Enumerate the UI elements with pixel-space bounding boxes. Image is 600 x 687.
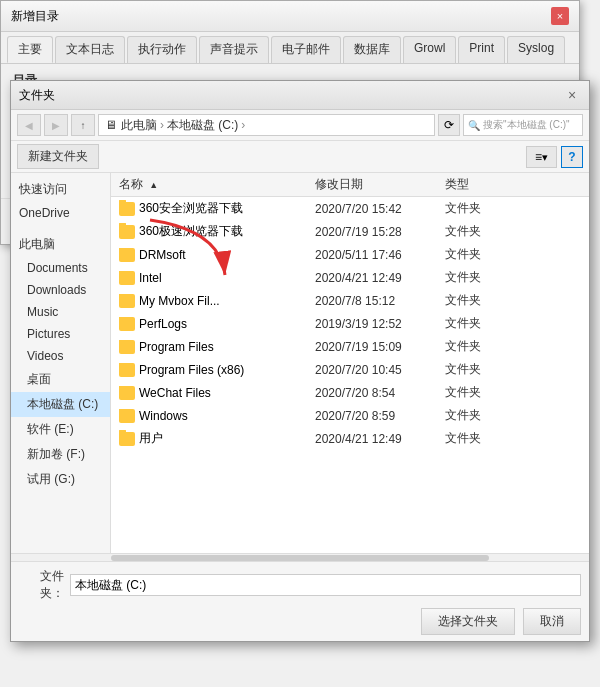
left-panel-item-fdrive[interactable]: 新加卷 (F:) [11, 442, 110, 467]
file-item-date: 2020/4/21 12:49 [311, 271, 441, 285]
right-panel: 名称 ▲ 修改日期 类型 360安全浏览器下载 2020/7/20 15:42 … [111, 173, 589, 553]
tab-action[interactable]: 执行动作 [127, 36, 197, 63]
file-browser-body: 快速访问 OneDrive 此电脑 Documents Downloads Mu… [11, 173, 589, 553]
left-panel-item-quickaccess[interactable]: 快速访问 [11, 177, 110, 202]
left-panel-item-spacer [11, 224, 110, 232]
left-panel: 快速访问 OneDrive 此电脑 Documents Downloads Mu… [11, 173, 111, 553]
file-item-date: 2020/7/20 8:54 [311, 386, 441, 400]
tab-email[interactable]: 电子邮件 [271, 36, 341, 63]
file-item-type: 文件夹 [441, 361, 589, 378]
select-folder-button[interactable]: 选择文件夹 [421, 608, 515, 635]
file-item-type: 文件夹 [441, 430, 589, 447]
file-name-label: Program Files (x86) [139, 363, 244, 377]
col-header-date[interactable]: 修改日期 [311, 176, 441, 193]
search-icon: 🔍 [468, 120, 480, 131]
file-toolbar: 新建文件夹 ≡▾ ? [11, 141, 589, 173]
table-row[interactable]: Program Files 2020/7/19 15:09 文件夹 [111, 335, 589, 358]
left-panel-item-downloads[interactable]: Downloads [11, 279, 110, 301]
col-header-type[interactable]: 类型 [441, 176, 589, 193]
folder-name-row: 文件夹： [19, 568, 581, 602]
file-item-type: 文件夹 [441, 384, 589, 401]
table-row[interactable]: 360安全浏览器下载 2020/7/20 15:42 文件夹 [111, 197, 589, 220]
path-computer-icon: 🖥 [105, 118, 117, 132]
file-item-date: 2020/5/11 17:46 [311, 248, 441, 262]
nav-up-button[interactable]: ↑ [71, 114, 95, 136]
tab-print[interactable]: Print [458, 36, 505, 63]
col-header-name[interactable]: 名称 ▲ [111, 176, 311, 193]
left-item-label: Videos [27, 349, 63, 363]
file-item-date: 2020/7/8 15:12 [311, 294, 441, 308]
tab-textlog[interactable]: 文本日志 [55, 36, 125, 63]
left-panel-item-onedrive[interactable]: OneDrive [11, 202, 110, 224]
table-row[interactable]: Windows 2020/7/20 8:59 文件夹 [111, 404, 589, 427]
file-item-type: 文件夹 [441, 200, 589, 217]
file-item-name: Intel [111, 271, 311, 285]
view-icon: ≡ [535, 150, 542, 164]
left-panel-item-cdrive[interactable]: 本地磁盘 (C:) [11, 392, 110, 417]
file-name-label: WeChat Files [139, 386, 211, 400]
left-item-label: OneDrive [19, 206, 70, 220]
file-item-name: My Mvbox Fil... [111, 294, 311, 308]
folder-icon [119, 409, 135, 423]
left-panel-item-edrive[interactable]: 软件 (E:) [11, 417, 110, 442]
table-row[interactable]: 360极速浏览器下载 2020/7/19 15:28 文件夹 [111, 220, 589, 243]
folder-icon [119, 386, 135, 400]
file-item-name: 360极速浏览器下载 [111, 223, 311, 240]
left-panel-item-thispc[interactable]: 此电脑 [11, 232, 110, 257]
main-dialog-close-button[interactable]: × [551, 7, 569, 25]
tab-syslog[interactable]: Syslog [507, 36, 565, 63]
view-button[interactable]: ≡▾ [526, 146, 557, 168]
file-cancel-button[interactable]: 取消 [523, 608, 581, 635]
search-placeholder: 搜索"本地磁盘 (C:)" [483, 118, 570, 132]
file-item-date: 2020/7/20 15:42 [311, 202, 441, 216]
left-panel-item-pictures[interactable]: Pictures [11, 323, 110, 345]
folder-icon [119, 202, 135, 216]
left-item-label: Downloads [27, 283, 86, 297]
nav-back-button[interactable]: ◀ [17, 114, 41, 136]
folder-icon [119, 225, 135, 239]
table-row[interactable]: My Mvbox Fil... 2020/7/8 15:12 文件夹 [111, 289, 589, 312]
table-row[interactable]: 用户 2020/4/21 12:49 文件夹 [111, 427, 589, 450]
tab-sound[interactable]: 声音提示 [199, 36, 269, 63]
new-folder-button[interactable]: 新建文件夹 [17, 144, 99, 169]
table-row[interactable]: Program Files (x86) 2020/7/20 10:45 文件夹 [111, 358, 589, 381]
file-list: 360安全浏览器下载 2020/7/20 15:42 文件夹 360极速浏览器下… [111, 197, 589, 450]
left-panel-item-videos[interactable]: Videos [11, 345, 110, 367]
tab-db[interactable]: 数据库 [343, 36, 401, 63]
folder-icon [119, 317, 135, 331]
file-item-date: 2020/7/20 10:45 [311, 363, 441, 377]
main-dialog-titlebar: 新增目录 × [1, 1, 579, 32]
left-item-label: 快速访问 [19, 182, 67, 196]
file-dialog-close-button[interactable]: × [563, 86, 581, 104]
folder-name-input[interactable] [70, 574, 581, 596]
address-path[interactable]: 🖥 此电脑 › 本地磁盘 (C:) › [98, 114, 435, 136]
help-button[interactable]: ? [561, 146, 583, 168]
left-panel-item-documents[interactable]: Documents [11, 257, 110, 279]
left-panel-item-gdrive[interactable]: 试用 (G:) [11, 467, 110, 492]
file-item-date: 2020/7/20 8:59 [311, 409, 441, 423]
left-panel-item-music[interactable]: Music [11, 301, 110, 323]
file-name-label: PerfLogs [139, 317, 187, 331]
file-item-name: DRMsoft [111, 248, 311, 262]
refresh-button[interactable]: ⟳ [438, 114, 460, 136]
path-separator: › [160, 118, 164, 132]
file-name-label: 360极速浏览器下载 [139, 223, 243, 240]
file-item-date: 2019/3/19 12:52 [311, 317, 441, 331]
table-row[interactable]: WeChat Files 2020/7/20 8:54 文件夹 [111, 381, 589, 404]
file-item-name: Program Files [111, 340, 311, 354]
search-box[interactable]: 🔍 搜索"本地磁盘 (C:)" [463, 114, 583, 136]
table-row[interactable]: Intel 2020/4/21 12:49 文件夹 [111, 266, 589, 289]
left-item-label: Pictures [27, 327, 70, 341]
tab-growl[interactable]: Growl [403, 36, 456, 63]
tab-main[interactable]: 主要 [7, 36, 53, 63]
file-name-label: My Mvbox Fil... [139, 294, 220, 308]
nav-forward-button[interactable]: ▶ [44, 114, 68, 136]
file-item-name: WeChat Files [111, 386, 311, 400]
left-item-label: Music [27, 305, 58, 319]
path-part-disk: 本地磁盘 (C:) [167, 117, 238, 134]
left-item-label: 本地磁盘 (C:) [27, 397, 98, 411]
table-row[interactable]: DRMsoft 2020/5/11 17:46 文件夹 [111, 243, 589, 266]
table-row[interactable]: PerfLogs 2019/3/19 12:52 文件夹 [111, 312, 589, 335]
left-panel-item-desktop[interactable]: 桌面 [11, 367, 110, 392]
left-item-label: Documents [27, 261, 88, 275]
